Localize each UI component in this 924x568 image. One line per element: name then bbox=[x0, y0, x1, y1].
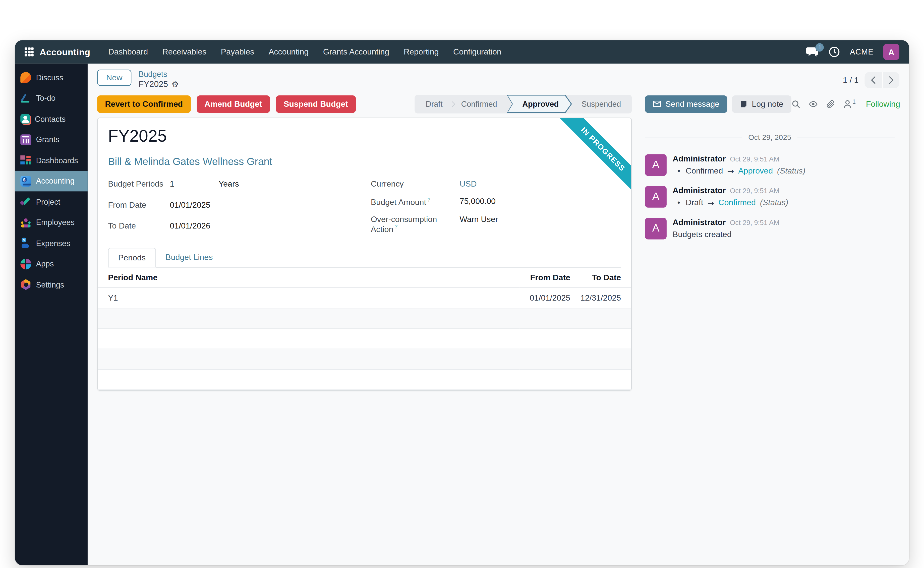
over-consumption-action-field[interactable]: Warn User bbox=[459, 211, 498, 238]
contacts-icon bbox=[20, 114, 30, 124]
message-author[interactable]: Administrator bbox=[673, 186, 726, 195]
menu-configuration[interactable]: Configuration bbox=[446, 40, 509, 63]
help-icon[interactable]: ? bbox=[427, 196, 430, 202]
new-button[interactable]: New bbox=[97, 69, 131, 86]
menu-dashboard[interactable]: Dashboard bbox=[101, 40, 155, 63]
menu-reporting[interactable]: Reporting bbox=[397, 40, 446, 63]
tab-periods[interactable]: Periods bbox=[108, 248, 156, 267]
budget-amount-field[interactable]: 75,000.00 bbox=[459, 192, 498, 211]
currency-field[interactable]: USD bbox=[459, 179, 477, 188]
settings-icon bbox=[20, 279, 31, 290]
sidebar-item-expenses[interactable]: Expenses bbox=[15, 233, 88, 253]
chatter-message: A Administrator Oct 29, 9:51 AM Budgets … bbox=[645, 218, 895, 239]
budget-periods-field[interactable]: 1 Years bbox=[170, 175, 371, 196]
sidebar-item-apps[interactable]: Apps bbox=[15, 254, 88, 274]
eye-icon[interactable] bbox=[808, 100, 818, 109]
arrow-right-icon bbox=[727, 166, 734, 175]
message-author[interactable]: Administrator bbox=[673, 154, 726, 163]
col-period-name[interactable]: Period Name bbox=[98, 267, 520, 287]
project-icon bbox=[20, 196, 31, 207]
avatar[interactable]: A bbox=[645, 218, 667, 239]
menu-receivables[interactable]: Receivables bbox=[155, 40, 214, 63]
menu-accounting[interactable]: Accounting bbox=[261, 40, 316, 63]
budget-periods-unit[interactable]: Years bbox=[219, 179, 239, 188]
budget-form-card: IN PROGRESS FY2025 Bill & Melinda Gates … bbox=[97, 118, 632, 390]
statusbar: Draft Confirmed Approved Suspended bbox=[415, 95, 632, 113]
revert-to-confirmed-button[interactable]: Revert to Confirmed bbox=[97, 95, 190, 112]
project-grant-link[interactable]: Bill & Melinda Gates Wellness Grant bbox=[108, 156, 272, 168]
sidebar-item-discuss[interactable]: Discuss bbox=[15, 67, 88, 88]
message-time: Oct 29, 9:51 AM bbox=[730, 219, 779, 226]
tracking-old-value: Draft bbox=[686, 198, 703, 207]
avatar[interactable]: A bbox=[645, 186, 667, 207]
menu-payables[interactable]: Payables bbox=[214, 40, 261, 63]
message-time: Oct 29, 9:51 AM bbox=[730, 155, 779, 162]
message-count-badge: 1 bbox=[816, 43, 824, 51]
status-step-suspended[interactable]: Suspended bbox=[573, 95, 630, 113]
company-name[interactable]: ACME bbox=[850, 47, 874, 56]
suspend-budget-button[interactable]: Suspend Budget bbox=[276, 95, 356, 112]
help-icon[interactable]: ? bbox=[394, 224, 397, 230]
table-row[interactable]: Y1 01/01/2025 12/31/2025 bbox=[98, 287, 631, 308]
followers-button[interactable]: 1 bbox=[843, 100, 856, 109]
col-from-date[interactable]: From Date bbox=[519, 267, 570, 287]
cell-to-date[interactable]: 12/31/2025 bbox=[570, 287, 631, 308]
sidebar-item-todo[interactable]: To-do bbox=[15, 88, 88, 109]
pager-previous-button[interactable] bbox=[865, 72, 882, 88]
message-author[interactable]: Administrator bbox=[673, 218, 726, 227]
tracking-old-value: Confirmed bbox=[686, 166, 723, 175]
sidebar-item-employees[interactable]: Employees bbox=[15, 212, 88, 233]
followers-count: 1 bbox=[852, 98, 856, 105]
empty-row bbox=[98, 349, 631, 369]
follower-person-icon bbox=[843, 100, 852, 109]
activity-clock-icon[interactable] bbox=[829, 46, 840, 57]
menu-grants-accounting[interactable]: Grants Accounting bbox=[316, 40, 397, 63]
sidebar-item-project[interactable]: Project bbox=[15, 191, 88, 212]
send-message-button[interactable]: Send message bbox=[645, 95, 728, 112]
status-step-approved-active[interactable]: Approved bbox=[507, 95, 572, 113]
tab-budget-lines[interactable]: Budget Lines bbox=[156, 248, 222, 267]
apps-grid-icon[interactable] bbox=[25, 47, 34, 56]
apps-icon bbox=[20, 258, 31, 269]
following-toggle[interactable]: Following bbox=[866, 100, 900, 109]
breadcrumb-current: FY2025 bbox=[139, 79, 168, 90]
tracking-field-name: (Status) bbox=[760, 198, 788, 207]
from-date-field[interactable]: 01/01/2025 bbox=[170, 196, 371, 217]
status-step-confirmed[interactable]: Confirmed bbox=[453, 95, 506, 113]
chevron-right-icon bbox=[888, 76, 894, 84]
col-to-date[interactable]: To Date bbox=[570, 267, 631, 287]
to-date-field[interactable]: 01/01/2026 bbox=[170, 217, 371, 238]
log-note-button[interactable]: Log note bbox=[732, 95, 791, 112]
paperclip-icon[interactable] bbox=[826, 100, 835, 109]
pager-count: 1 / 1 bbox=[843, 76, 859, 85]
cell-from-date[interactable]: 01/01/2025 bbox=[519, 287, 570, 308]
budget-amount-label: Budget Amount? bbox=[371, 192, 460, 211]
main-area: New Budgets FY2025 1 / 1 bbox=[88, 63, 909, 565]
tracking-new-value: Confirmed bbox=[719, 198, 756, 207]
gear-icon[interactable] bbox=[172, 80, 179, 90]
breadcrumb-parent-link[interactable]: Budgets bbox=[139, 69, 178, 79]
tracking-field-name: (Status) bbox=[777, 166, 805, 175]
sidebar-item-dashboards[interactable]: Dashboards bbox=[15, 150, 88, 171]
avatar[interactable]: A bbox=[645, 154, 667, 176]
sidebar-item-accounting[interactable]: Accounting bbox=[15, 171, 88, 191]
messages-icon[interactable]: 1 bbox=[806, 47, 819, 57]
employees-icon bbox=[20, 217, 31, 228]
sidebar-item-grants[interactable]: Grants bbox=[15, 129, 88, 150]
sidebar-item-contacts[interactable]: Contacts bbox=[15, 109, 88, 129]
app-name[interactable]: Accounting bbox=[40, 47, 91, 57]
status-step-draft[interactable]: Draft bbox=[417, 95, 451, 113]
cell-period-name[interactable]: Y1 bbox=[98, 287, 520, 308]
budget-title[interactable]: FY2025 bbox=[108, 127, 621, 146]
chatter-message: A Administrator Oct 29, 9:51 AM Draft bbox=[645, 186, 895, 207]
search-icon[interactable] bbox=[791, 100, 800, 109]
form-fields: Budget Periods 1 Years From Date 01/ bbox=[108, 175, 621, 238]
breadcrumb: Budgets FY2025 bbox=[139, 69, 178, 90]
pager-next-button[interactable] bbox=[882, 72, 899, 88]
sidebar: Discuss To-do Contacts Grants Dashboards… bbox=[15, 63, 88, 565]
sidebar-item-settings[interactable]: Settings bbox=[15, 274, 88, 295]
user-avatar[interactable]: A bbox=[883, 44, 900, 60]
amend-budget-button[interactable]: Amend Budget bbox=[196, 95, 270, 112]
bullet-icon bbox=[673, 166, 681, 175]
date-divider: Oct 29, 2025 bbox=[645, 133, 895, 141]
